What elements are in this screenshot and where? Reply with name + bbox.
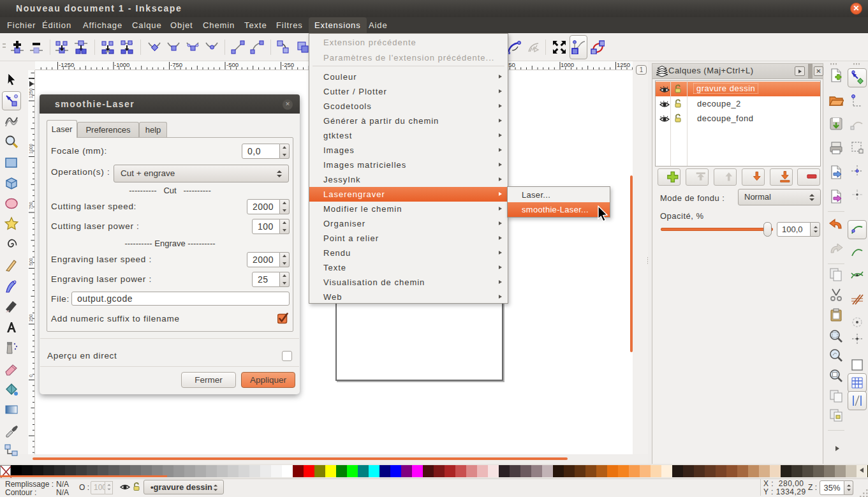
svg-text:1000: 1000 (29, 144, 33, 154)
svg-text:500: 500 (29, 258, 33, 265)
svg-text:1250: 1250 (29, 88, 33, 98)
svg-text:-1250: -1250 (59, 61, 74, 68)
svg-text:750: 750 (29, 202, 33, 209)
svg-text:-250: -250 (282, 61, 294, 68)
svg-text:250: 250 (29, 314, 33, 322)
svg-text:-500: -500 (226, 61, 239, 68)
svg-text:1250: 1250 (617, 61, 630, 68)
svg-text:0: 0 (29, 375, 33, 377)
svg-text:-1000: -1000 (114, 61, 129, 68)
svg-text:-750: -750 (170, 61, 182, 68)
svg-text:1000: 1000 (561, 61, 574, 68)
